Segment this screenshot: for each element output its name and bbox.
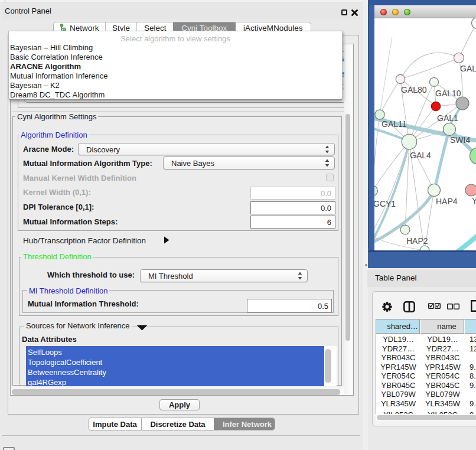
svg-text:GAL80: GAL80 <box>401 85 427 94</box>
svg-text:GAL1: GAL1 <box>437 113 458 123</box>
svg-text:GCY1: GCY1 <box>374 199 396 208</box>
svg-text:HAP2: HAP2 <box>406 236 428 246</box>
svg-text:GAL4: GAL4 <box>410 151 431 160</box>
svg-text:Y: Y <box>472 196 476 206</box>
svg-text:GAL11: GAL11 <box>382 119 407 129</box>
svg-text:GAL10: GAL10 <box>435 89 461 98</box>
svg-text:GAL7: GAL7 <box>460 64 476 73</box>
svg-text:HAP4: HAP4 <box>436 197 458 206</box>
svg-text:SWI4: SWI4 <box>450 135 470 145</box>
